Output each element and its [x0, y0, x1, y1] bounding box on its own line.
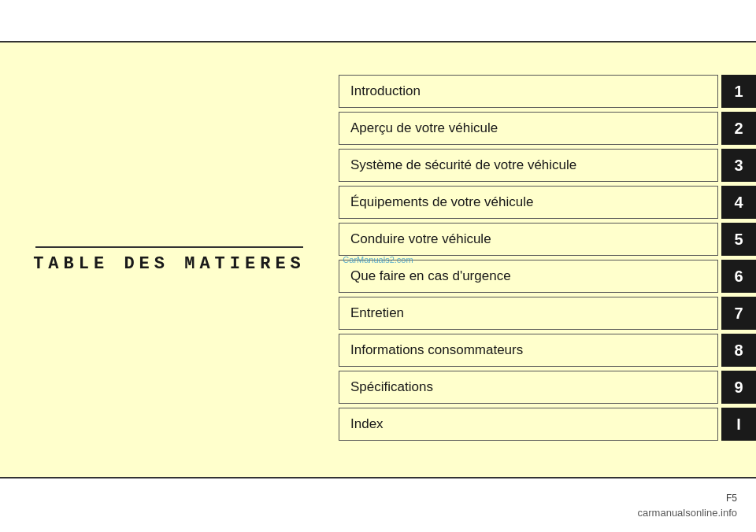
page-container: TABLE DES MATIERES CarManuals2.com Intro… — [0, 0, 756, 532]
watermark: CarManuals2.com — [343, 255, 413, 264]
table-row[interactable]: Aperçu de votre véhicule2 — [339, 112, 756, 145]
toc-item-label: Conduire votre véhicule — [339, 223, 718, 256]
table-row[interactable]: Système de sécurité de votre véhicule3 — [339, 149, 756, 182]
table-row[interactable]: Entretien7 — [339, 297, 756, 330]
toc-item-number: 2 — [721, 112, 756, 145]
toc-item-number: 4 — [721, 186, 756, 219]
toc-item-label: Équipements de votre véhicule — [339, 186, 718, 219]
toc-item-number: 8 — [721, 334, 756, 367]
footer-right: F5 carmanualsonline.info — [638, 493, 737, 519]
toc-item-number: 1 — [721, 75, 756, 108]
toc-item-label: Système de sécurité de votre véhicule — [339, 149, 718, 182]
toc-item-number: 7 — [721, 297, 756, 330]
title-underline — [35, 246, 303, 248]
table-row[interactable]: Spécifications9 — [339, 371, 756, 404]
toc-item-label: Aperçu de votre véhicule — [339, 112, 718, 145]
footer-brand: carmanualsonline.info — [638, 507, 737, 519]
toc-item-number: 9 — [721, 371, 756, 404]
table-row[interactable]: IndexI — [339, 408, 756, 441]
toc-item-number: 6 — [721, 260, 756, 293]
table-row[interactable]: Informations consommateurs8 — [339, 334, 756, 367]
main-content: TABLE DES MATIERES CarManuals2.com Intro… — [0, 42, 756, 477]
left-section: TABLE DES MATIERES — [0, 42, 339, 477]
toc-item-number: I — [721, 408, 756, 441]
toc-item-label: Informations consommateurs — [339, 334, 718, 367]
table-row[interactable]: Que faire en cas d'urgence6 — [339, 260, 756, 293]
table-row[interactable]: Équipements de votre véhicule4 — [339, 186, 756, 219]
table-row[interactable]: Conduire votre véhicule5 — [339, 223, 756, 256]
toc-item-label: Index — [339, 408, 718, 441]
page-title: TABLE DES MATIERES — [33, 254, 306, 274]
toc-item-label: Spécifications — [339, 371, 718, 404]
toc-item-number: 3 — [721, 149, 756, 182]
toc-item-label: Introduction — [339, 75, 718, 108]
page-number: F5 — [726, 493, 737, 504]
toc-item-label: Que faire en cas d'urgence — [339, 260, 718, 293]
table-row[interactable]: Introduction1 — [339, 75, 756, 108]
toc-item-number: 5 — [721, 223, 756, 256]
footer: F5 carmanualsonline.info — [0, 478, 756, 532]
toc-item-label: Entretien — [339, 297, 718, 330]
